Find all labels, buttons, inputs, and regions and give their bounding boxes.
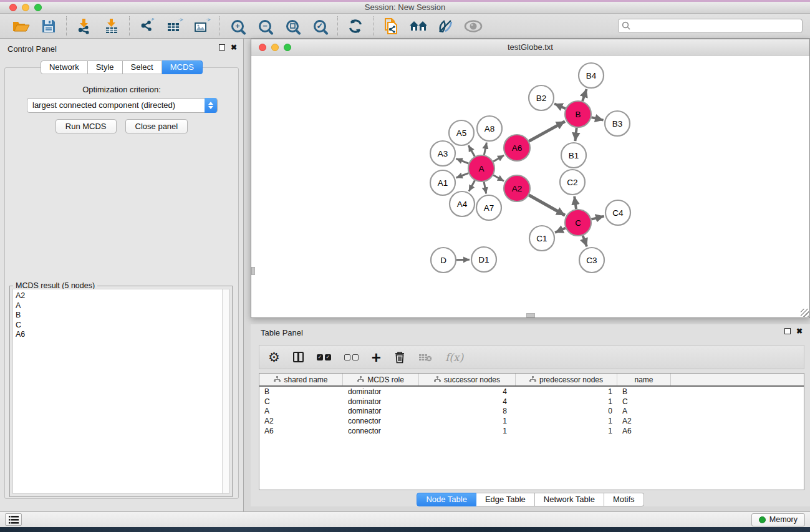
task-history-button[interactable] xyxy=(5,513,22,526)
float-panel-icon[interactable] xyxy=(219,44,225,51)
clone-network-icon[interactable] xyxy=(382,17,400,36)
graph-edge-A-A2[interactable] xyxy=(493,175,504,181)
graph-node-B[interactable]: B xyxy=(565,101,591,127)
graph-node-C3[interactable]: C3 xyxy=(579,248,604,273)
graph-node-A6[interactable]: A6 xyxy=(504,135,530,161)
graph-edge-B-B3[interactable] xyxy=(591,117,603,120)
result-list-item[interactable]: A2 xyxy=(16,291,229,301)
graph-edge-A-A4[interactable] xyxy=(469,180,475,191)
graph-edge-A-A1[interactable] xyxy=(456,173,469,178)
graph-edge-C-C1[interactable] xyxy=(555,228,566,233)
graph-edge-A-A5[interactable] xyxy=(468,145,475,157)
network-canvas[interactable]: B4B2BB3A5A8A6B1A3AC2A1A2A4A7C4CC1C3DD1 xyxy=(251,56,809,317)
graph-edge-C-C2[interactable] xyxy=(574,196,576,209)
graph-edge-B-B4[interactable] xyxy=(582,89,587,101)
network-vertical-scrollbar[interactable] xyxy=(251,267,255,275)
graph-node-C[interactable]: C xyxy=(565,210,591,236)
graph-node-D[interactable]: D xyxy=(431,248,456,273)
result-list-item[interactable]: A6 xyxy=(16,330,229,340)
graph-node-A7[interactable]: A7 xyxy=(476,195,501,220)
tab-node-table[interactable]: Node Table xyxy=(417,493,476,506)
tab-network-table[interactable]: Network Table xyxy=(535,493,604,506)
refresh-icon[interactable] xyxy=(346,17,365,36)
network-close-button[interactable] xyxy=(259,44,266,51)
graph-edge-C-C4[interactable] xyxy=(591,216,604,220)
graph-edge-A2-C[interactable] xyxy=(529,195,565,215)
column-header-shared-name[interactable]: shared name xyxy=(259,374,343,385)
tab-edge-table[interactable]: Edge Table xyxy=(476,493,535,506)
open-session-icon[interactable] xyxy=(12,17,31,36)
graph-edge-A-A6[interactable] xyxy=(493,155,504,162)
close-window-button[interactable] xyxy=(9,4,17,11)
export-image-icon[interactable] xyxy=(193,17,211,36)
save-session-icon[interactable] xyxy=(39,17,58,36)
graph-node-C1[interactable]: C1 xyxy=(529,226,554,251)
tab-network[interactable]: Network xyxy=(41,60,88,74)
graph-node-B4[interactable]: B4 xyxy=(579,63,604,88)
network-maximize-button[interactable] xyxy=(284,44,291,51)
maximize-window-button[interactable] xyxy=(34,4,42,11)
gear-icon[interactable]: ⚙ xyxy=(268,348,280,367)
import-table-icon[interactable] xyxy=(102,17,121,36)
export-network-icon[interactable] xyxy=(138,17,157,36)
result-list-scrollbar[interactable] xyxy=(222,289,229,493)
network-window-titlebar[interactable]: testGlobe.txt xyxy=(251,39,809,56)
close-table-panel-icon[interactable]: ✖ xyxy=(796,328,803,334)
result-list-item[interactable]: B xyxy=(16,311,229,321)
tab-select[interactable]: Select xyxy=(123,60,162,74)
result-list-item[interactable]: A xyxy=(16,301,229,311)
run-mcds-button[interactable]: Run MCDS xyxy=(55,119,117,133)
network-horizontal-scrollbar[interactable] xyxy=(526,313,535,317)
search-input[interactable] xyxy=(618,19,803,33)
criterion-dropdown[interactable]: largest connected component (directed) xyxy=(27,98,218,113)
graph-node-A[interactable]: A xyxy=(468,155,494,181)
graph-node-B2[interactable]: B2 xyxy=(529,85,554,110)
deselect-all-checkbox-icon[interactable] xyxy=(344,348,359,367)
graph-node-C2[interactable]: C2 xyxy=(560,170,585,195)
graph-node-B3[interactable]: B3 xyxy=(605,111,630,136)
show-hide-graphics-icon[interactable] xyxy=(464,17,483,36)
graph-edge-B-B2[interactable] xyxy=(554,104,566,109)
graph-node-A2[interactable]: A2 xyxy=(504,175,530,201)
graph-node-D1[interactable]: D1 xyxy=(471,247,496,272)
network-graph[interactable]: B4B2BB3A5A8A6B1A3AC2A1A2A4A7C4CC1C3DD1 xyxy=(251,56,809,317)
graph-node-A1[interactable]: A1 xyxy=(430,170,455,195)
graph-node-A3[interactable]: A3 xyxy=(430,141,455,166)
tab-motifs[interactable]: Motifs xyxy=(604,493,644,506)
add-column-icon[interactable]: + xyxy=(372,348,381,367)
table-row[interactable]: Adominator80A xyxy=(259,406,804,416)
graph-edge-A-A8[interactable] xyxy=(484,143,486,155)
toggle-birdseye-icon[interactable] xyxy=(436,17,455,36)
tab-mcds[interactable]: MCDS xyxy=(162,60,203,74)
select-all-checkbox-icon[interactable]: ✓✓ xyxy=(317,348,331,367)
split-columns-icon[interactable] xyxy=(293,348,304,367)
home-icon[interactable] xyxy=(409,17,428,36)
result-list-item[interactable]: C xyxy=(16,321,229,331)
column-header-MCDS-role[interactable]: MCDS role xyxy=(343,374,419,385)
close-panel-button[interactable]: Close panel xyxy=(125,119,188,133)
zoom-in-icon[interactable]: + xyxy=(228,17,247,36)
export-table-icon[interactable] xyxy=(165,17,184,36)
graph-node-B1[interactable]: B1 xyxy=(561,143,586,168)
minimize-window-button[interactable] xyxy=(22,4,29,11)
graph-edge-B-B1[interactable] xyxy=(575,128,576,141)
float-table-panel-icon[interactable] xyxy=(784,328,791,334)
table-row[interactable]: A6connector11A6 xyxy=(259,426,804,436)
trash-icon[interactable] xyxy=(394,348,405,367)
zoom-out-icon[interactable]: − xyxy=(256,17,274,36)
graph-edge-A6-B[interactable] xyxy=(529,122,565,142)
tab-style[interactable]: Style xyxy=(88,60,123,74)
column-header-successor-nodes[interactable]: successor nodes xyxy=(419,374,516,385)
window-resize-grip[interactable] xyxy=(801,309,809,317)
table-row[interactable]: A2connector11A2 xyxy=(259,416,804,426)
zoom-selected-icon[interactable]: ✓ xyxy=(311,17,329,36)
column-header-name[interactable]: name xyxy=(617,374,671,385)
graph-node-C4[interactable]: C4 xyxy=(605,200,630,225)
graph-edge-C-C3[interactable] xyxy=(583,236,587,247)
graph-node-A8[interactable]: A8 xyxy=(477,116,502,141)
close-panel-icon[interactable]: ✖ xyxy=(231,44,237,51)
network-minimize-button[interactable] xyxy=(271,44,279,51)
graph-edge-A-A3[interactable] xyxy=(456,158,468,163)
table-row[interactable]: Bdominator41B xyxy=(259,387,804,397)
graph-node-A4[interactable]: A4 xyxy=(450,191,475,216)
